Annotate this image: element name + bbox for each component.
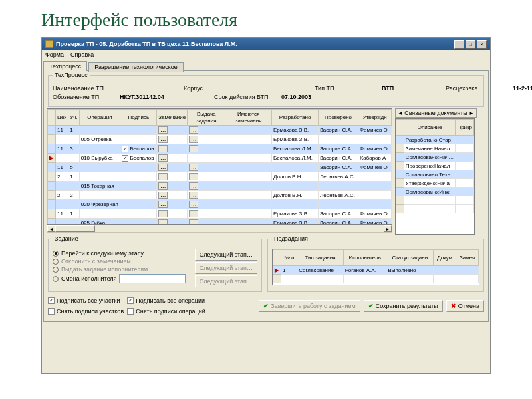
minimize-button[interactable]: _ [454, 40, 464, 49]
tab-techprocess[interactable]: Техпроцесс [43, 61, 87, 71]
obz-value: НКУГ.301142.04 [120, 94, 180, 100]
app-icon [45, 40, 53, 48]
tab-resolution[interactable]: Разрешение технологическое [88, 62, 184, 72]
rasc-label: Расцеховка [446, 85, 509, 92]
executor-input[interactable] [119, 274, 186, 283]
obz-label: Обозначение ТП [53, 94, 116, 100]
sign-all-ops[interactable]: ✓Подписать все операции [127, 297, 205, 304]
srok-value: 07.10.2003 [281, 94, 341, 100]
type-label: Тип ТП [315, 85, 378, 92]
corp-label: Корпус [184, 85, 247, 92]
tab-strip: Техпроцесс Разрешение технологическое [43, 61, 489, 70]
radio-next-stage[interactable]: Перейти к следующему этапу [53, 250, 191, 257]
type-value: ВТП [382, 85, 442, 92]
main-panel: ТехПроцесс Наименование ТП Корпус Тип ТП… [43, 70, 489, 322]
action-bar: ✓Подписать все участки Снять подписи уча… [48, 296, 484, 316]
maximize-button[interactable]: □ [466, 40, 475, 49]
rasc-value: 11-2-11-79-4 [513, 85, 532, 92]
finish-task-button[interactable]: ✔Завершить работу с заданием [259, 300, 360, 312]
slide-title: Интерфейс пользователя [0, 0, 532, 37]
linked-docs-grid[interactable]: ОписаниеПрикрРазработано:СтарЗамечание:Н… [395, 118, 475, 235]
radio-reject[interactable]: Отклонить с замечанием [53, 258, 191, 265]
subtasks-group: Подзадания № пТип заданияИсполнительСтат… [267, 239, 484, 292]
sign-all-sections[interactable]: ✓Подписать все участки [48, 297, 124, 304]
save-button[interactable]: ✔Сохранить результаты [364, 300, 443, 312]
next-stage-btn-2[interactable]: Следующий этап… [195, 262, 257, 274]
srok-label: Срок действия ВТП [214, 94, 277, 100]
radio-change-exec[interactable]: Смена исполнителя [53, 274, 191, 283]
name-label: Наименование ТП [53, 85, 116, 92]
close-button[interactable]: × [477, 40, 487, 49]
next-stage-btn-3[interactable]: Следующий этап… [195, 275, 257, 287]
radio-assign[interactable]: Выдать задание исполнителям [53, 266, 191, 273]
menu-form[interactable]: Форма [45, 51, 64, 58]
linked-docs-title: ◄ Связанные документы ► [395, 108, 477, 118]
techprocess-group: ТехПроцесс Наименование ТП Корпус Тип ТП… [48, 75, 484, 107]
app-window: Проверка ТП - 05. Доработка ТП в ТБ цеха… [41, 37, 491, 374]
cancel-button[interactable]: ✖Отмена [446, 300, 484, 312]
menu-help[interactable]: Справка [70, 51, 94, 58]
window-title: Проверка ТП - 05. Доработка ТП в ТБ цеха… [56, 41, 453, 47]
unsign-sections[interactable]: Снять подписи участков [48, 308, 124, 315]
task-group: Задание Перейти к следующему этапу Откло… [48, 239, 262, 292]
operations-grid[interactable]: ЦехУч.ОперацияПодписьЗамечаниеВыдача зад… [47, 108, 392, 225]
h-scrollbar[interactable]: ◄► [47, 225, 392, 233]
next-stage-btn-1[interactable]: Следующий этап… [195, 249, 257, 261]
unsign-ops[interactable]: Снять подписи операций [127, 308, 205, 315]
titlebar: Проверка ТП - 05. Доработка ТП в ТБ цеха… [42, 38, 490, 50]
menubar: Форма Справка [42, 50, 490, 59]
subtasks-grid[interactable]: № пТип заданияИсполнительСтатус заданиДо… [272, 249, 479, 285]
